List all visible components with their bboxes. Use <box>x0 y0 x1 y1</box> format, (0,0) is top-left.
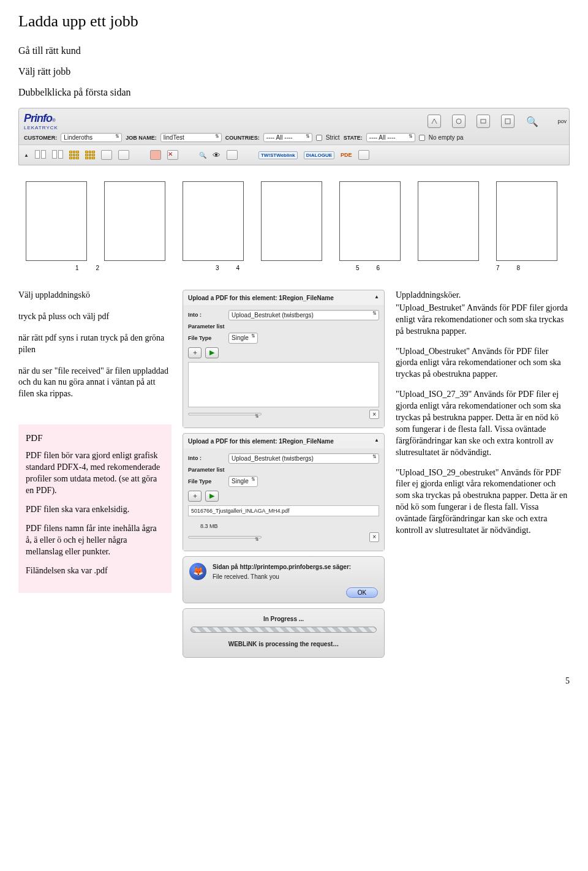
page-label-5: 5 <box>306 265 360 271</box>
jobname-combo[interactable]: lindTest <box>160 133 222 142</box>
tool-icon-4[interactable] <box>501 115 514 128</box>
param-list-label-2: Parameter list <box>188 466 379 473</box>
left-p4: när du ser "file received" är filen uppl… <box>18 366 172 401</box>
left-p3: när rätt pdf syns i rutan tryck på den g… <box>18 333 172 356</box>
go-button-1[interactable]: ▶ <box>205 347 219 358</box>
browser-alert: 🦊 Sidan på http://printempo.prinfobergs.… <box>183 556 385 603</box>
page-label-6: 6 <box>377 265 430 271</box>
filetype-combo-1[interactable]: Single <box>228 333 258 344</box>
dest-combo-1[interactable] <box>188 413 262 415</box>
page-label-1: 1 <box>26 265 79 271</box>
pde-label[interactable]: PDE <box>341 152 352 158</box>
page-label-3: 3 <box>166 265 219 271</box>
svg-rect-2 <box>505 119 510 124</box>
intro-line-3: Dubbelklicka på första sidan <box>18 87 570 98</box>
dialogue-button[interactable]: DiALOGUE <box>304 151 334 159</box>
mini-icon-b[interactable] <box>118 150 129 160</box>
arrow-up-1: ▲ <box>24 153 29 158</box>
strict-checkbox[interactable] <box>316 135 322 141</box>
tool-icon-1[interactable] <box>428 115 441 128</box>
svg-rect-1 <box>481 119 486 123</box>
pdf-box-p3: PDF filens namn får inte inehålla ågra å… <box>26 523 164 558</box>
countries-combo[interactable]: ---- All ---- <box>263 133 312 142</box>
queue-desc-1: "Upload_Bestruket" Används för PDF filer… <box>396 303 570 337</box>
page-box-1[interactable] <box>26 181 87 261</box>
page-box-4[interactable] <box>261 181 322 261</box>
queues-heading: Uppladdningsköer. <box>396 290 570 301</box>
page-thumbnails <box>26 181 570 261</box>
page-labels: 1 2 3 4 5 6 7 8 <box>26 265 570 271</box>
intro-line-1: Gå till rätt kund <box>18 45 570 56</box>
eye-icon[interactable]: 👁 <box>213 151 221 160</box>
into-combo-2[interactable]: Upload_Bestruket (twistbergs) <box>228 453 379 464</box>
page-title: Ladda upp ett jobb <box>18 12 570 31</box>
page-box-5[interactable] <box>339 181 401 261</box>
pdf-box-p2: PDF filen ska vara enkelsidig. <box>26 504 164 516</box>
page-box-3[interactable] <box>183 181 244 261</box>
page-pair-icon-2[interactable] <box>52 150 63 160</box>
progress-subtitle: WEBLiNK is processing the request… <box>190 640 377 649</box>
countries-label: COUNTRIES: <box>225 135 260 141</box>
uploaded-file-size: 8.3 MB <box>200 522 379 530</box>
mini-icon-a[interactable] <box>101 150 112 160</box>
tool-icon-3[interactable] <box>477 115 490 128</box>
close-button-2[interactable]: × <box>369 532 379 542</box>
pdf-box-title: PDF <box>26 432 164 444</box>
go-button-2[interactable]: ▶ <box>205 491 219 502</box>
svg-point-0 <box>456 119 461 124</box>
strict-label: Strict <box>326 134 340 141</box>
progress-bar <box>190 627 377 633</box>
page-label-4: 4 <box>236 265 290 271</box>
pdf-box-p1: PDF filen bör vara gjord enligt grafisk … <box>26 450 164 497</box>
page-number: 5 <box>18 676 570 686</box>
dropzone-empty[interactable] <box>188 362 379 407</box>
left-p2: tryck på pluss och välj pdf <box>18 311 172 323</box>
app-toolbar-screenshot: Prinfo® LEKATRYCK 🔍 pov CUSTOMER: Linder… <box>18 108 570 165</box>
intro-line-2: Välj rätt jobb <box>18 66 570 77</box>
filetype-label-2: File Type <box>188 478 225 485</box>
search-icon-2[interactable]: 🔍 <box>199 152 206 159</box>
alert-line-1: Sidan på http://printempo.prinfobergs.se… <box>213 563 378 571</box>
filetype-combo-2[interactable]: Single <box>228 476 258 487</box>
page-box-2[interactable] <box>104 181 165 261</box>
customer-label: CUSTOMER: <box>24 135 57 141</box>
queue-desc-3: "Upload_ISO_27_39" Används för PDF filer… <box>396 389 570 458</box>
add-button-2[interactable]: ＋ <box>188 491 202 502</box>
grid-big-icon[interactable] <box>85 151 95 159</box>
progress-dialog: In Progress ... WEBLiNK is processing th… <box>183 608 385 658</box>
page-pair-icon-1[interactable] <box>35 150 46 160</box>
queue-desc-2: "Upload_Obestruket" Används för PDF file… <box>396 346 570 381</box>
ok-button[interactable]: OK <box>346 587 378 598</box>
filetype-label-1: File Type <box>188 334 225 342</box>
page-label-2: 2 <box>96 265 149 271</box>
twist-weblink-button[interactable]: TW!STWeblink <box>258 151 298 159</box>
state-combo[interactable]: ---- All ---- <box>366 133 415 142</box>
page-box-6[interactable] <box>418 181 479 261</box>
brand-logo: Prinfo® LEKATRYCK <box>24 112 58 130</box>
into-combo-1[interactable]: Upload_Bestruket (twistbergs) <box>228 310 379 321</box>
upload-panel-file: Upload a PDF for this element: 1Region_F… <box>183 433 385 551</box>
add-button-1[interactable]: ＋ <box>188 347 202 358</box>
uploaded-file-name: 5016766_Tjustgalleri_INLAGA_MH4.pdf <box>188 505 379 516</box>
mini-icon-x[interactable]: ✕ <box>167 150 178 160</box>
mini-icon-end[interactable] <box>358 150 369 160</box>
search-icon[interactable]: 🔍 <box>526 115 539 128</box>
pow-label: pov <box>557 118 567 124</box>
jobname-label: JOB NAME: <box>126 135 157 141</box>
brand-name: Prinfo <box>24 112 52 124</box>
tool-icon-2[interactable] <box>452 115 466 128</box>
param-list-label-1: Parameter list <box>188 323 379 330</box>
mini-icon-red[interactable] <box>150 150 161 160</box>
page-label-7: 7 <box>447 265 500 271</box>
dest-combo-2[interactable] <box>188 536 262 538</box>
grid-small-icon[interactable] <box>69 151 79 159</box>
page-label-8: 8 <box>517 265 570 271</box>
firefox-icon: 🦊 <box>189 563 206 580</box>
noempty-checkbox[interactable] <box>419 135 425 141</box>
page-box-7[interactable] <box>496 181 557 261</box>
doc-icon[interactable] <box>227 150 238 160</box>
upload-panel-title-1: Upload a PDF for this element: 1Region_F… <box>183 290 384 305</box>
progress-title: In Progress ... <box>190 615 377 624</box>
customer-combo[interactable]: Linderoths <box>61 133 122 142</box>
close-button-1[interactable]: × <box>369 410 379 420</box>
